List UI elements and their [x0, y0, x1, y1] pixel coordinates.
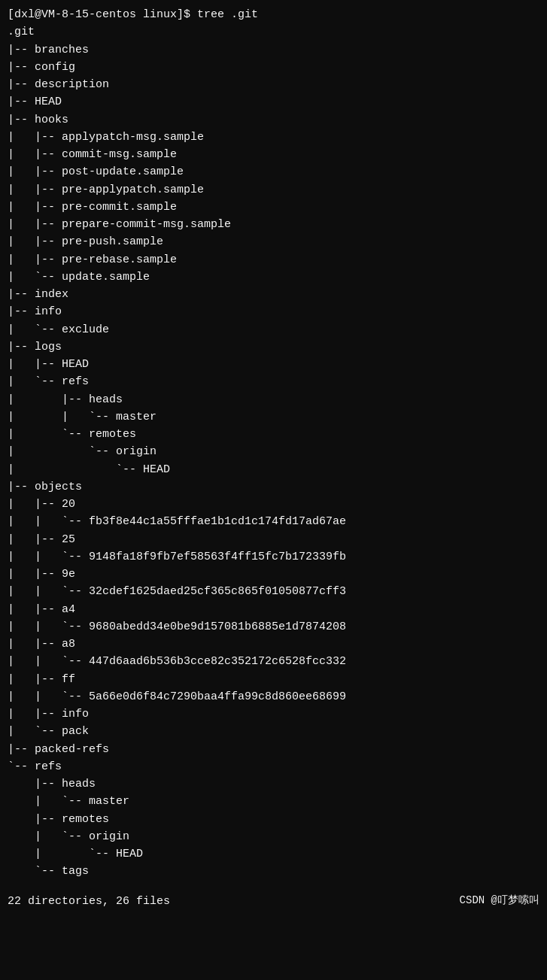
output-line: | |-- commit-msg.sample	[8, 146, 539, 163]
output-line: | |-- applypatch-msg.sample	[8, 129, 539, 146]
output-line: | |-- pre-applypatch.sample	[8, 181, 539, 199]
output-line: | `-- origin	[8, 828, 539, 845]
output-line: | |-- a4	[8, 601, 539, 618]
output-line: | `-- master	[8, 793, 539, 810]
output-line: | |-- HEAD	[8, 356, 539, 373]
footer: 22 directories, 26 files CSDN @叮梦嗦叫	[8, 893, 539, 910]
prompt-line: [dxl@VM-8-15-centos linux]$ tree .git	[8, 6, 539, 23]
output-line: | | `-- 9680abedd34e0be9d157081b6885e1d7…	[8, 618, 539, 636]
output-line: |-- HEAD	[8, 93, 539, 111]
output-line: |-- heads	[8, 775, 539, 793]
output-line: |-- packed-refs	[8, 741, 539, 758]
output-line: | |-- 9e	[8, 566, 539, 583]
output-line: |-- logs	[8, 338, 539, 356]
output-line: |-- index	[8, 286, 539, 303]
output-line: | `-- HEAD	[8, 461, 539, 478]
output-line: | |-- pre-commit.sample	[8, 199, 539, 216]
output-line: |-- config	[8, 59, 539, 76]
output-line: |-- branches	[8, 41, 539, 59]
output-line: | |-- 20	[8, 496, 539, 513]
output-line: | |-- heads	[8, 391, 539, 408]
footer-stats: 22 directories, 26 files	[8, 893, 170, 910]
output-line: | `-- origin	[8, 443, 539, 460]
output-line: | |-- a8	[8, 636, 539, 653]
output-line: | `-- exclude	[8, 321, 539, 338]
output-line: | `-- update.sample	[8, 269, 539, 286]
output-line: | `-- refs	[8, 373, 539, 390]
output-line: |-- remotes	[8, 811, 539, 828]
output-line: | | `-- 9148fa18f9fb7ef58563f4ff15fc7b17…	[8, 548, 539, 566]
output-line: `-- tags	[8, 863, 539, 880]
output-line: | | `-- master	[8, 408, 539, 426]
output-line: |-- hooks	[8, 111, 539, 129]
output-line: | `-- HEAD	[8, 845, 539, 863]
output-line: |-- info	[8, 303, 539, 320]
output-lines: .git|-- branches|-- config|-- descriptio…	[8, 23, 539, 880]
output-line: | |-- pre-push.sample	[8, 233, 539, 250]
output-line: | |-- 25	[8, 531, 539, 548]
output-line: `-- refs	[8, 758, 539, 775]
output-line: | `-- remotes	[8, 426, 539, 443]
output-line: |-- objects	[8, 478, 539, 496]
output-line: | |-- post-update.sample	[8, 163, 539, 181]
output-line: | `-- pack	[8, 723, 539, 740]
output-line: | |-- ff	[8, 671, 539, 688]
output-line: | |-- info	[8, 705, 539, 723]
terminal-window: [dxl@VM-8-15-centos linux]$ tree .git .g…	[8, 6, 539, 910]
footer-attribution: CSDN @叮梦嗦叫	[460, 893, 539, 909]
output-line: | |-- pre-rebase.sample	[8, 251, 539, 269]
output-line: |-- description	[8, 76, 539, 93]
output-line: | | `-- 32cdef1625daed25cf365c865f010508…	[8, 583, 539, 600]
output-line: | | `-- 447d6aad6b536b3cce82c352172c6528…	[8, 653, 539, 670]
output-line: | | `-- 5a66e0d6f84c7290baa4ffa99c8d860e…	[8, 688, 539, 705]
output-line: | | `-- fb3f8e44c1a55fffae1b1cd1c174fd17…	[8, 513, 539, 530]
output-line: .git	[8, 23, 539, 41]
output-line: | |-- prepare-commit-msg.sample	[8, 216, 539, 233]
